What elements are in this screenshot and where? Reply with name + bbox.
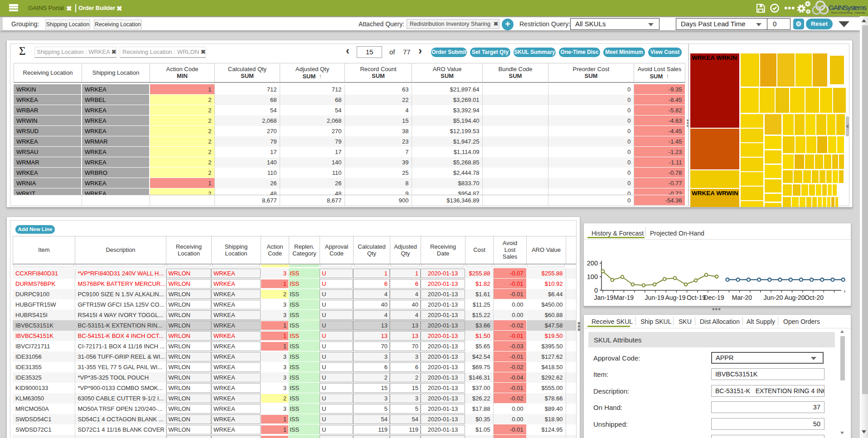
svg-text:Mar-20: Mar-20 xyxy=(732,294,752,301)
svg-text:Think of Everything....Optimal: Think of Everything....Optimally xyxy=(831,11,865,14)
svg-text:Aug-19: Aug-19 xyxy=(665,294,685,301)
svg-text:Jun-19: Jun-19 xyxy=(645,294,664,301)
svg-text:0: 0 xyxy=(594,287,598,294)
svg-text:Oct-19: Oct-19 xyxy=(687,294,706,301)
svg-text:200: 200 xyxy=(587,260,598,267)
svg-text:Mar-19: Mar-19 xyxy=(614,294,634,301)
svg-text:Dec-19: Dec-19 xyxy=(703,294,724,301)
svg-text:Aug-20: Aug-20 xyxy=(784,294,805,301)
svg-text:Jun-20: Jun-20 xyxy=(764,294,783,301)
svg-text:Jan-19: Jan-19 xyxy=(594,294,614,301)
svg-text:GAINSystems: GAINSystems xyxy=(829,4,867,11)
svg-text:Oct-20: Oct-20 xyxy=(805,294,824,301)
svg-text:100: 100 xyxy=(587,273,598,280)
